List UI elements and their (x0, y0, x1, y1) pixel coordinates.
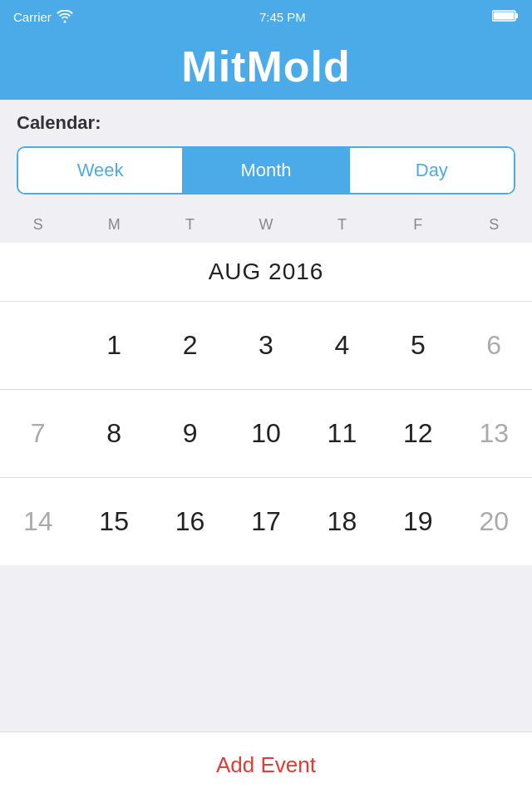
calendar-label-bar: Calendar: (0, 100, 532, 146)
add-event-bar: Add Event (0, 732, 532, 798)
carrier-label: Carrier (13, 10, 52, 24)
calendar-week-3: 14 15 16 17 18 19 20 (0, 477, 532, 565)
calendar-week-1: 1 2 3 4 5 6 (0, 301, 532, 389)
cal-day-20[interactable]: 20 (456, 506, 532, 537)
month-tab[interactable]: Month (184, 148, 347, 193)
day-header-mon: M (76, 216, 151, 234)
status-time: 7:45 PM (259, 10, 306, 24)
day-header-tue: T (152, 216, 228, 234)
add-event-button[interactable]: Add Event (216, 752, 316, 778)
cal-day-9[interactable]: 9 (152, 418, 228, 449)
app-title: MitMold (181, 42, 350, 91)
status-bar: Carrier 7:45 PM (0, 0, 532, 33)
cal-day-3[interactable]: 3 (228, 330, 303, 361)
cal-day-15[interactable]: 15 (76, 506, 151, 537)
cal-day-17[interactable]: 17 (228, 506, 303, 537)
svg-rect-1 (515, 13, 518, 18)
cal-day-11[interactable]: 11 (304, 418, 380, 449)
cal-day-5[interactable]: 5 (380, 330, 456, 361)
week-tab[interactable]: Week (18, 148, 182, 193)
cal-day-6[interactable]: 6 (456, 330, 532, 361)
status-left: Carrier (13, 10, 73, 24)
cal-day-7[interactable]: 7 (0, 418, 76, 449)
segmented-control: Week Month Day (17, 146, 515, 195)
cal-day-2[interactable]: 2 (152, 330, 228, 361)
cal-day-19[interactable]: 19 (380, 506, 456, 537)
cal-day-16[interactable]: 16 (152, 506, 228, 537)
cal-day-8[interactable]: 8 (76, 418, 151, 449)
cal-day-13[interactable]: 13 (456, 418, 532, 449)
day-tab[interactable]: Day (350, 148, 514, 193)
cal-day-18[interactable]: 18 (304, 506, 380, 537)
day-headers: S M T W T F S (0, 206, 532, 243)
cal-day-1[interactable]: 1 (76, 330, 151, 361)
svg-rect-2 (494, 12, 515, 19)
month-title: AUG 2016 (209, 259, 324, 285)
calendar-label: Calendar: (17, 112, 101, 134)
cal-day-14[interactable]: 14 (0, 506, 76, 537)
cal-day-12[interactable]: 12 (380, 418, 456, 449)
month-title-row: AUG 2016 (0, 243, 532, 301)
cal-day-4[interactable]: 4 (304, 330, 380, 361)
battery-icon (492, 9, 519, 25)
day-header-wed: W (228, 216, 303, 234)
day-header-sat: S (456, 216, 532, 234)
app-header: MitMold (0, 33, 532, 100)
day-header-fri: F (380, 216, 456, 234)
calendar-week-2: 7 8 9 10 11 12 13 (0, 389, 532, 477)
calendar-body: AUG 2016 1 2 3 4 5 6 7 8 9 10 11 12 13 1… (0, 243, 532, 565)
day-header-thu: T (304, 216, 380, 234)
wifi-icon (57, 10, 73, 23)
day-header-sun: S (0, 216, 76, 234)
cal-day-10[interactable]: 10 (228, 418, 303, 449)
